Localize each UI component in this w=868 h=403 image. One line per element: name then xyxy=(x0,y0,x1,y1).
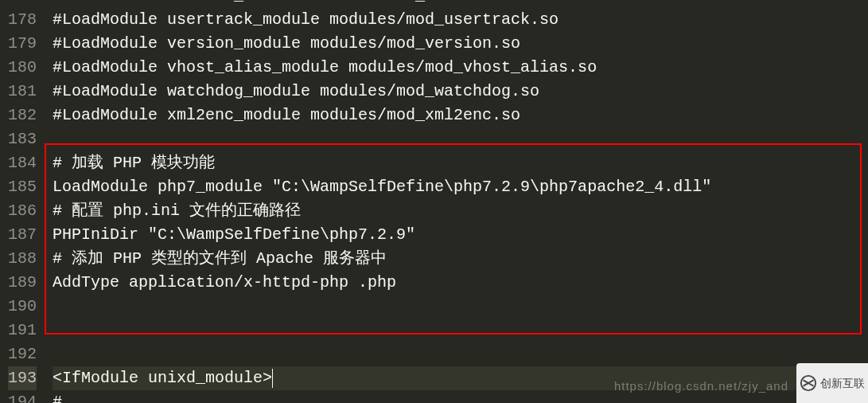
code-line[interactable]: LoadModule php7_module "C:\WampSelfDefin… xyxy=(53,175,868,199)
line-number: 179 xyxy=(8,32,37,56)
watermark-text: https://blog.csdn.net/zjy_and xyxy=(614,374,788,398)
link-icon xyxy=(800,374,817,392)
line-number: 178 xyxy=(8,8,37,32)
code-line[interactable] xyxy=(53,295,868,319)
code-text: <IfModule unixd_module> xyxy=(53,369,272,387)
line-number: 177 xyxy=(8,0,37,8)
code-line[interactable]: AddType application/x-httpd-php .php xyxy=(53,271,868,295)
code-line[interactable]: #LoadModule version_module modules/mod_v… xyxy=(53,32,868,56)
line-number: 190 xyxy=(8,295,37,319)
code-line[interactable]: PHPIniDir "C:\WampSelfDefine\php7.2.9" xyxy=(53,223,868,247)
code-line[interactable] xyxy=(53,127,868,151)
code-line[interactable]: #LoadModule userdir_module modules/mod_u… xyxy=(53,0,868,8)
badge-text: 创新互联 xyxy=(820,371,865,395)
line-gutter: 177 178 179 180 181 182 183 184 185 186 … xyxy=(0,0,43,403)
text-caret xyxy=(272,369,273,388)
line-number: 180 xyxy=(8,56,37,80)
code-line[interactable]: #LoadModule xml2enc_module modules/mod_x… xyxy=(53,104,868,127)
line-number: 182 xyxy=(8,104,37,127)
code-line[interactable]: #LoadModule vhost_alias_module modules/m… xyxy=(53,56,868,80)
code-line[interactable]: #LoadModule usertrack_module modules/mod… xyxy=(53,8,868,32)
line-number: 183 xyxy=(8,127,37,151)
line-number-current: 193 xyxy=(8,366,37,390)
line-number: 184 xyxy=(8,151,37,175)
line-number: 188 xyxy=(8,247,37,271)
line-number: 186 xyxy=(8,199,37,223)
line-number: 181 xyxy=(8,80,37,104)
brand-badge: 创新互联 xyxy=(796,363,868,403)
line-number: 189 xyxy=(8,271,37,295)
code-line[interactable]: # 加载 PHP 模块功能 xyxy=(53,151,868,175)
line-number: 187 xyxy=(8,223,37,247)
line-number: 185 xyxy=(8,175,37,199)
code-line[interactable]: #LoadModule watchdog_module modules/mod_… xyxy=(53,80,868,104)
code-line[interactable] xyxy=(53,342,868,366)
code-line[interactable]: # 配置 php.ini 文件的正确路径 xyxy=(53,199,868,223)
code-editor[interactable]: 177 178 179 180 181 182 183 184 185 186 … xyxy=(0,0,868,403)
line-number: 191 xyxy=(8,319,37,342)
code-area[interactable]: #LoadModule userdir_module modules/mod_u… xyxy=(43,0,868,403)
line-number: 192 xyxy=(8,342,37,366)
code-line[interactable]: # 添加 PHP 类型的文件到 Apache 服务器中 xyxy=(53,247,868,271)
code-line[interactable] xyxy=(53,319,868,342)
line-number: 194 xyxy=(8,390,37,403)
